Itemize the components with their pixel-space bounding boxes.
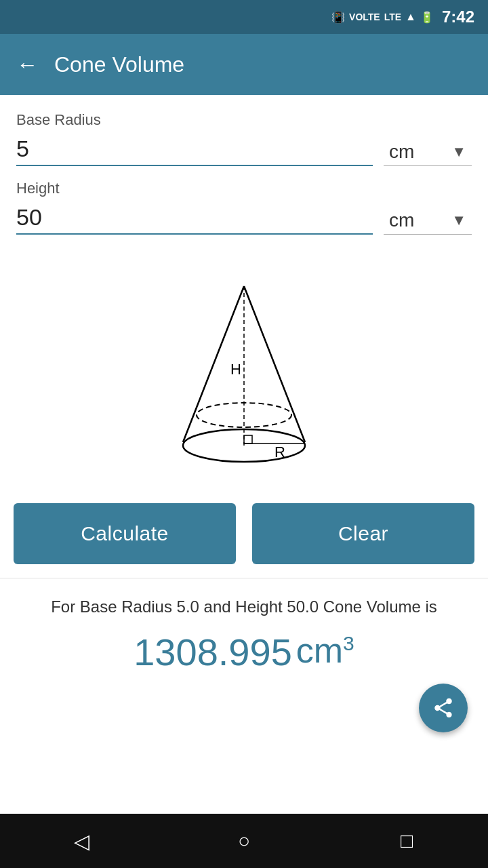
app-bar: ← Cone Volume bbox=[0, 34, 488, 95]
battery-icon: 🔋 bbox=[420, 11, 434, 24]
height-input[interactable] bbox=[16, 201, 373, 235]
base-radius-row: cm ▼ bbox=[16, 133, 472, 166]
back-nav-button[interactable]: ◁ bbox=[61, 821, 102, 861]
height-unit: cm bbox=[389, 210, 414, 231]
volte-icon: VOLTE bbox=[349, 12, 380, 22]
main-content: Base Radius cm ▼ Height cm ▼ bbox=[0, 95, 488, 814]
height-unit-dropdown[interactable]: cm ▼ bbox=[384, 207, 472, 235]
result-description: For Base Radius 5.0 and Height 50.0 Cone… bbox=[16, 595, 472, 619]
recent-nav-button[interactable]: □ bbox=[386, 821, 427, 861]
status-bar: 📳 VOLTE LTE ▲ 🔋 7:42 bbox=[0, 0, 488, 34]
height-label-svg: H bbox=[230, 361, 241, 378]
input-section: Base Radius cm ▼ Height cm ▼ bbox=[0, 95, 488, 259]
signal-icon: ▲ bbox=[405, 11, 416, 23]
share-icon bbox=[432, 696, 455, 719]
result-section: For Base Radius 5.0 and Height 50.0 Cone… bbox=[0, 578, 488, 701]
vibrate-icon: 📳 bbox=[331, 11, 345, 24]
status-icons: 📳 VOLTE LTE ▲ 🔋 bbox=[331, 11, 434, 24]
height-group: Height cm ▼ bbox=[16, 180, 472, 235]
base-radius-input[interactable] bbox=[16, 133, 373, 166]
result-unit: cm3 bbox=[296, 630, 354, 671]
calculate-button[interactable]: Calculate bbox=[14, 503, 236, 564]
cone-svg: H R bbox=[142, 273, 346, 483]
height-label: Height bbox=[16, 180, 472, 197]
result-unit-text: cm bbox=[296, 631, 343, 670]
status-time: 7:42 bbox=[442, 7, 474, 26]
height-row: cm ▼ bbox=[16, 201, 472, 235]
buttons-row: Calculate Clear bbox=[0, 503, 488, 578]
svg-line-1 bbox=[244, 286, 305, 442]
content-wrapper: Base Radius cm ▼ Height cm ▼ bbox=[0, 95, 488, 814]
radius-label-svg: R bbox=[274, 443, 285, 460]
app-title: Cone Volume bbox=[54, 52, 184, 77]
back-button[interactable]: ← bbox=[16, 52, 38, 77]
base-radius-unit: cm bbox=[389, 141, 414, 163]
home-nav-button[interactable]: ○ bbox=[224, 821, 264, 861]
base-radius-unit-dropdown[interactable]: cm ▼ bbox=[384, 138, 472, 166]
bottom-nav: ◁ ○ □ bbox=[0, 814, 488, 868]
base-radius-label: Base Radius bbox=[16, 111, 472, 129]
base-radius-group: Base Radius cm ▼ bbox=[16, 111, 472, 166]
height-dropdown-arrow: ▼ bbox=[451, 212, 466, 229]
clear-button[interactable]: Clear bbox=[252, 503, 474, 564]
share-fab[interactable] bbox=[419, 684, 468, 732]
cone-diagram: H R bbox=[0, 259, 488, 503]
base-radius-dropdown-arrow: ▼ bbox=[451, 143, 466, 161]
result-number: 1308.995 bbox=[134, 630, 292, 674]
result-exponent: 3 bbox=[343, 632, 354, 654]
result-value-container: 1308.995 cm3 bbox=[16, 630, 472, 674]
lte-icon: LTE bbox=[384, 12, 401, 22]
svg-rect-5 bbox=[244, 435, 252, 443]
